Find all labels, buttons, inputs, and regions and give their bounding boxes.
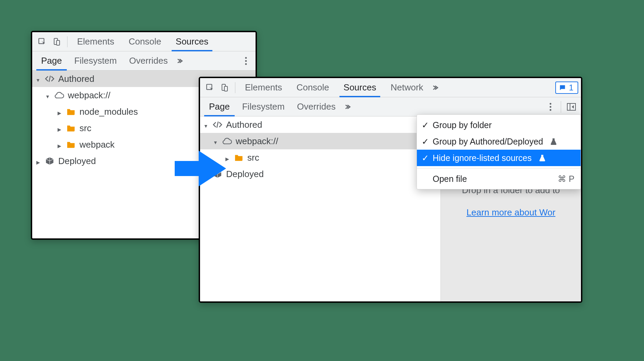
deployed-icon <box>45 156 55 166</box>
tree-label: webpack:// <box>68 90 110 101</box>
folder-icon <box>234 152 244 163</box>
svg-rect-2 <box>57 40 60 45</box>
tree-node-authored[interactable]: Authored <box>200 116 441 133</box>
separator <box>67 36 67 47</box>
subtab-filesystem[interactable]: Filesystem <box>68 51 123 70</box>
subtab-page[interactable]: Page <box>203 97 236 116</box>
tree-label: src <box>247 152 259 163</box>
menu-label: Open file <box>433 174 467 184</box>
tree-label: Authored <box>226 120 262 130</box>
expand-toggle-icon[interactable] <box>203 120 209 130</box>
menu-hide-ignore-listed[interactable]: ✓ Hide ignore-listed sources <box>417 150 581 166</box>
svg-point-10 <box>550 106 552 108</box>
code-icon <box>45 74 55 84</box>
svg-rect-12 <box>567 103 575 110</box>
learn-more-link[interactable]: Learn more about Wor <box>467 207 556 217</box>
svg-point-4 <box>245 60 247 62</box>
expand-toggle-icon[interactable] <box>35 74 41 84</box>
menu-label: Group by Authored/Deployed <box>433 137 543 147</box>
tree-label: webpack <box>79 139 115 150</box>
tree-node-webpack[interactable]: webpack:// <box>200 133 441 149</box>
menu-open-file[interactable]: Open file ⌘ P <box>417 171 581 187</box>
expand-toggle-icon[interactable] <box>212 136 219 147</box>
tree-label: webpack:// <box>236 136 278 147</box>
check-icon: ✓ <box>421 120 429 130</box>
tab-elements[interactable]: Elements <box>71 32 120 51</box>
cloud-icon <box>54 90 64 100</box>
tab-sources[interactable]: Sources <box>170 32 214 51</box>
subtab-filesystem[interactable]: Filesystem <box>236 97 291 116</box>
main-toolbar: Elements Console Sources Network 1 <box>200 78 581 97</box>
toggle-navigator-icon[interactable] <box>565 100 578 114</box>
experiment-icon <box>537 153 547 163</box>
tree-label: Authored <box>58 74 95 84</box>
main-toolbar: Elements Console Sources <box>32 32 256 51</box>
tree-label: Deployed <box>226 169 264 179</box>
tree-label: src <box>79 123 91 134</box>
main-tabs: Elements Console Sources Network <box>239 78 430 97</box>
experiment-icon <box>548 136 559 147</box>
cloud-icon <box>222 136 232 146</box>
tree-label: Deployed <box>58 156 96 166</box>
main-tabs: Elements Console Sources <box>71 32 214 51</box>
menu-label: Group by folder <box>433 120 492 130</box>
separator <box>235 82 235 93</box>
svg-point-3 <box>245 57 247 59</box>
inspect-icon[interactable] <box>203 80 217 95</box>
more-tabs-icon[interactable] <box>430 81 443 95</box>
more-tabs-icon[interactable] <box>174 54 188 68</box>
menu-group-by-authored-deployed[interactable]: ✓ Group by Authored/Deployed <box>417 133 581 150</box>
menu-shortcut: ⌘ P <box>558 174 574 184</box>
kebab-menu-icon[interactable] <box>239 54 253 68</box>
expand-toggle-icon[interactable] <box>45 90 51 101</box>
expand-toggle-icon[interactable] <box>35 156 41 166</box>
subtab-overrides[interactable]: Overrides <box>123 51 174 70</box>
svg-rect-8 <box>224 86 227 91</box>
tree-node-deployed[interactable]: Deployed <box>200 166 441 182</box>
tab-network[interactable]: Network <box>384 78 429 97</box>
folder-icon <box>66 139 76 150</box>
tab-console[interactable]: Console <box>122 32 167 51</box>
svg-point-9 <box>550 103 552 104</box>
svg-point-5 <box>245 63 247 65</box>
separator <box>561 101 561 113</box>
sources-subtabs-bar: Page Filesystem Overrides <box>200 97 581 116</box>
folder-icon <box>66 123 76 133</box>
device-toolbar-icon[interactable] <box>217 80 232 95</box>
device-toolbar-icon[interactable] <box>49 35 64 49</box>
subtab-overrides[interactable]: Overrides <box>291 97 342 116</box>
subtab-page[interactable]: Page <box>35 51 68 70</box>
issues-badge[interactable]: 1 <box>555 82 578 94</box>
tree-label: node_modules <box>79 107 138 117</box>
tree-node-src[interactable]: src <box>200 149 441 166</box>
menu-label: Hide ignore-listed sources <box>433 153 532 163</box>
svg-point-11 <box>550 109 552 111</box>
tab-sources[interactable]: Sources <box>337 78 382 97</box>
check-icon: ✓ <box>421 153 429 163</box>
more-tabs-icon[interactable] <box>342 100 356 114</box>
tab-elements[interactable]: Elements <box>239 78 288 97</box>
inspect-icon[interactable] <box>35 35 49 49</box>
context-menu: ✓ Group by folder ✓ Group by Authored/De… <box>417 114 581 189</box>
check-icon: ✓ <box>421 137 429 147</box>
kebab-menu-icon[interactable] <box>544 100 557 114</box>
menu-group-by-folder[interactable]: ✓ Group by folder <box>417 117 581 133</box>
devtools-panel-after: Elements Console Sources Network 1 Page … <box>199 77 582 303</box>
sources-subtabs-bar: Page Filesystem Overrides <box>32 51 256 71</box>
code-icon <box>212 120 223 130</box>
file-tree: Authored webpack:// src Deployed <box>200 116 441 301</box>
folder-icon <box>66 107 76 117</box>
issues-count: 1 <box>569 83 573 92</box>
expand-toggle-icon[interactable] <box>56 107 62 117</box>
menu-separator <box>417 168 581 169</box>
tab-console[interactable]: Console <box>290 78 335 97</box>
expand-toggle-icon[interactable] <box>56 123 62 134</box>
transition-arrow-icon <box>171 148 230 189</box>
expand-toggle-icon[interactable] <box>56 139 62 150</box>
